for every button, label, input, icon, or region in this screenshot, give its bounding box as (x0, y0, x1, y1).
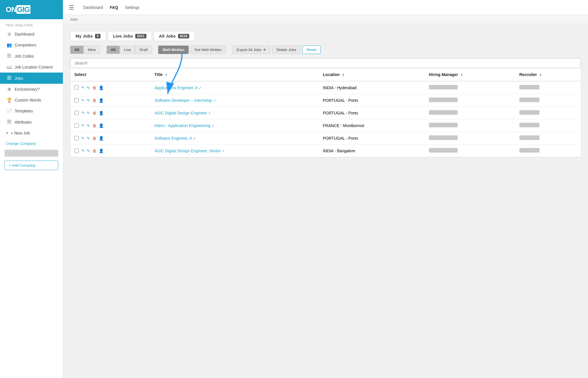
delete-icon[interactable]: 🗑 (92, 111, 96, 115)
sort-title-icon[interactable]: ⇕ (165, 73, 167, 77)
user-icon[interactable]: 👤 (99, 98, 104, 103)
row-hiring-manager-cell (425, 94, 515, 107)
col-hiring-manager: Hiring Manager ⇕ (425, 68, 515, 81)
delete-icon[interactable]: 🗑 (92, 149, 96, 153)
row-checkbox[interactable] (74, 111, 79, 115)
share-icon[interactable]: ↷ (81, 85, 84, 90)
tab-all-jobs[interactable]: All Jobs 9216 (154, 31, 195, 41)
filter-well-written[interactable]: Well-Written (158, 46, 188, 54)
filter-draft[interactable]: Draft (135, 46, 152, 54)
user-icon[interactable]: 👤 (99, 149, 104, 153)
hiring-manager-blurred (429, 135, 458, 140)
sidebar-item-attributes[interactable]: Attributes (0, 116, 63, 128)
delete-icon[interactable]: 🗑 (92, 85, 96, 90)
sidebar-item-exclusionary[interactable]: ⊘ Exclusionary? (0, 84, 63, 95)
recruiter-blurred (519, 110, 539, 115)
col-title: Title ⇕ (150, 68, 319, 81)
row-location-cell: PORTUGAL - Porto (319, 94, 425, 107)
sort-location-icon[interactable]: ⇕ (342, 73, 345, 77)
search-wrap (70, 58, 581, 68)
svg-rect-3 (7, 76, 11, 77)
share-icon[interactable]: ↷ (81, 123, 84, 128)
export-all-button[interactable]: Export All Jobs ✈ (232, 46, 270, 54)
templates-icon: 📄 (7, 108, 12, 114)
hamburger-menu-icon[interactable]: ☰ (69, 4, 74, 11)
job-title[interactable]: ASIC Digital Design Engineer (154, 111, 207, 115)
filter-mine[interactable]: Mine (84, 46, 100, 54)
share-icon[interactable]: ↷ (81, 149, 84, 153)
sort-hiring-icon[interactable]: ⇕ (460, 73, 463, 77)
sort-recruiter-icon[interactable]: ⇕ (539, 73, 542, 77)
row-hiring-manager-cell (425, 81, 515, 94)
edit-icon[interactable]: ✎ (87, 111, 90, 115)
job-codes-icon (7, 53, 12, 59)
topnav-faq[interactable]: FAQ (110, 4, 118, 11)
add-company-button[interactable]: + Add Company (5, 161, 58, 170)
sidebar-item-job-codes[interactable]: Job Codes (0, 50, 63, 62)
delete-icon[interactable]: 🗑 (92, 123, 96, 128)
tab-my-jobs[interactable]: My Jobs 5 (70, 31, 106, 41)
tab-live-jobs[interactable]: Live Jobs 2021 (108, 31, 152, 41)
svg-rect-6 (7, 120, 11, 120)
edit-icon[interactable]: ✎ (87, 136, 90, 141)
sidebar-item-competitors[interactable]: 👥 Competitors (0, 40, 63, 50)
delete-icon[interactable]: 🗑 (92, 136, 96, 141)
filter-all-1[interactable]: All (70, 46, 84, 54)
edit-icon[interactable]: ✎ (87, 149, 90, 153)
edit-icon[interactable]: ✎ (87, 85, 90, 90)
table-row: ↷ ✎ 🗑 👤 Software Engineer, II ✓ PORTUGAL… (70, 132, 581, 145)
sidebar-item-label: Attributes (15, 120, 32, 124)
row-select-cell: ↷ ✎ 🗑 👤 (70, 107, 150, 119)
user-icon[interactable]: 👤 (99, 136, 104, 141)
reset-button[interactable]: Reset (302, 46, 321, 54)
job-title[interactable]: Intern - Application Engineering (154, 123, 210, 128)
sidebar-item-templates[interactable]: 📄 Templates (0, 106, 63, 116)
recruiter-blurred (519, 98, 539, 102)
user-icon[interactable]: 👤 (99, 85, 104, 90)
topnav-dashboard[interactable]: Dashboard (83, 4, 103, 11)
attributes-icon (7, 119, 12, 125)
table-row: ↷ ✎ 🗑 👤 Applications Engineer, II ✓ INDI… (70, 81, 581, 94)
delete-jobs-button[interactable]: Delete Jobs (272, 46, 301, 54)
new-job-button[interactable]: + + New Job (0, 128, 63, 139)
share-icon[interactable]: ↷ (81, 98, 84, 103)
filter-not-well-written[interactable]: Not Well-Written (190, 46, 226, 54)
col-recruiter: Recruiter ⇕ (515, 68, 581, 81)
edit-icon[interactable]: ✎ (87, 98, 90, 103)
row-checkbox[interactable] (74, 136, 79, 140)
user-icon[interactable]: 👤 (99, 123, 104, 128)
sidebar-item-job-location-content[interactable]: 📖 Job Location Content (0, 62, 63, 73)
job-title[interactable]: Applications Engineer, II (154, 85, 198, 90)
user-icon[interactable]: 👤 (99, 111, 104, 115)
share-icon[interactable]: ↷ (81, 136, 84, 141)
filter-all-2[interactable]: All (107, 46, 120, 54)
share-icon[interactable]: ↷ (81, 111, 84, 115)
svg-rect-0 (7, 54, 11, 54)
job-title[interactable]: Software Engineer, II (154, 136, 192, 141)
job-title[interactable]: Software Developer – Internship (154, 98, 212, 103)
breadcrumb: Jobs (63, 15, 588, 24)
topnav: ☰ Dashboard FAQ Settings (63, 0, 588, 15)
tab-bar: My Jobs 5 Live Jobs 2021 All Jobs 9216 (70, 31, 581, 41)
change-company-link[interactable]: Change Company (0, 139, 63, 149)
row-location-cell: PORTUGAL - Porto (319, 107, 425, 119)
edit-icon[interactable]: ✎ (87, 123, 90, 128)
row-checkbox[interactable] (74, 123, 79, 128)
row-checkbox[interactable] (74, 85, 79, 90)
row-checkbox[interactable] (74, 149, 79, 153)
row-checkbox[interactable] (74, 98, 79, 102)
table-container: Select Title ⇕ Location ⇕ Hiri (70, 68, 581, 157)
job-title[interactable]: ASIC Digital Design Engineer, Senior (154, 149, 220, 153)
filter-live[interactable]: Live (120, 46, 135, 54)
sidebar-item-dashboard[interactable]: ⊙ Dashboard (0, 29, 63, 40)
sidebar-item-jobs[interactable]: Jobs (0, 73, 63, 84)
filter-bar: All Mine All Live Draft Well-Written Not… (70, 46, 581, 54)
check-icon: ✓ (222, 149, 225, 153)
competitors-icon: 👥 (7, 42, 12, 48)
topnav-settings[interactable]: Settings (125, 4, 140, 11)
delete-icon[interactable]: 🗑 (92, 98, 96, 103)
row-select-cell: ↷ ✎ 🗑 👤 (70, 132, 150, 145)
search-input[interactable] (75, 61, 161, 65)
jobs-table: Select Title ⇕ Location ⇕ Hiri (70, 68, 581, 157)
sidebar-item-custom-words[interactable]: 🏆 Custom Words (0, 95, 63, 106)
